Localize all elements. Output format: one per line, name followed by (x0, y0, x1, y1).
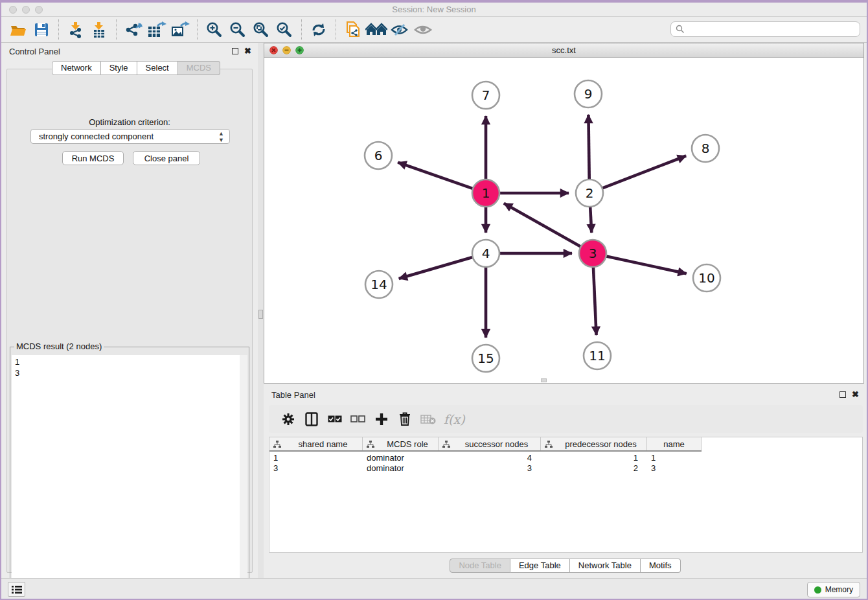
network-canvas[interactable]: 7968124314101511 (264, 58, 863, 383)
table-tab-edge-table[interactable]: Edge Table (510, 559, 570, 573)
window-title: Session: New Session (1, 5, 867, 14)
table-row[interactable]: 1dominator411 (269, 453, 702, 463)
export-image-icon (170, 21, 190, 38)
tab-style[interactable]: Style (101, 61, 137, 75)
import-network-button[interactable] (64, 19, 87, 41)
graph-edge-3-1[interactable] (504, 203, 582, 248)
delete-table-button[interactable] (417, 408, 440, 430)
graph-edge-2-8[interactable] (600, 156, 686, 189)
search-field[interactable] (670, 21, 860, 37)
mcds-result-fieldset: MCDS result (2 nodes) 1 3 (10, 347, 249, 595)
column-header-predecessor-nodes[interactable]: predecessor nodes (541, 437, 647, 450)
select-all-button[interactable] (323, 408, 347, 430)
graph-node-2[interactable]: 2 (576, 179, 603, 207)
zoom-in-button[interactable] (203, 19, 226, 41)
app-window: Session: New Session (1, 3, 867, 599)
table-tab-motifs[interactable]: Motifs (641, 559, 681, 573)
graph-node-15[interactable]: 15 (472, 345, 499, 372)
column-header-successor-nodes[interactable]: successor nodes (439, 437, 541, 450)
graph-node-11[interactable]: 11 (584, 342, 611, 369)
close-panel-button[interactable]: Close panel (133, 151, 200, 165)
memory-button[interactable]: Memory (807, 582, 860, 597)
table-header-row: shared nameMCDS rolesuccessor nodesprede… (269, 437, 702, 452)
table-cell: dominator (363, 453, 439, 463)
scrollbar-thumb[interactable] (541, 378, 547, 382)
panel-divider[interactable] (258, 43, 264, 578)
graph-node-7[interactable]: 7 (472, 82, 499, 109)
zoom-out-button[interactable] (226, 19, 249, 41)
copy-network-icon (345, 21, 361, 39)
close-panel-icon[interactable]: ✖ (852, 389, 859, 399)
graph-node-4[interactable]: 4 (472, 240, 499, 267)
tab-network[interactable]: Network (52, 61, 101, 75)
export-network-button[interactable] (122, 19, 145, 41)
save-session-button[interactable] (30, 19, 53, 41)
table-tab-network-table[interactable]: Network Table (570, 559, 641, 573)
column-header-name[interactable]: name (647, 437, 702, 450)
task-history-button[interactable] (8, 582, 25, 597)
graph-edge-3-10[interactable] (604, 256, 687, 273)
table-row[interactable]: 3dominator323 (269, 463, 702, 474)
homes-icon (365, 22, 387, 38)
export-image-button[interactable] (168, 19, 192, 41)
graph-node-8[interactable]: 8 (692, 135, 719, 162)
column-header-MCDS-role[interactable]: MCDS role (363, 437, 439, 450)
mcds-result-text[interactable]: 1 3 (12, 355, 247, 594)
eye-slash-icon (390, 22, 409, 38)
divider-grip[interactable] (258, 310, 263, 319)
run-mcds-button[interactable]: Run MCDS (62, 151, 124, 165)
deselect-all-button[interactable] (347, 408, 370, 430)
svg-text:8: 8 (702, 141, 710, 156)
graph-node-6[interactable]: 6 (365, 142, 392, 169)
graph-node-14[interactable]: 14 (365, 271, 393, 298)
tab-mcds[interactable]: MCDS (178, 61, 220, 75)
delete-table-icon (420, 414, 436, 424)
network-window-titlebar[interactable]: scc.txt (264, 43, 863, 58)
memory-label: Memory (825, 585, 853, 594)
tab-select[interactable]: Select (137, 61, 178, 75)
graph-edge-2-3[interactable] (590, 205, 591, 233)
graph-edge-4-14[interactable] (399, 257, 475, 279)
search-icon (676, 25, 685, 34)
titlebar: Session: New Session (1, 3, 867, 17)
preview-button[interactable] (411, 19, 435, 41)
close-panel-icon[interactable]: ✖ (244, 46, 251, 56)
apply-layout-button[interactable] (307, 19, 330, 41)
toolbar-separator (58, 19, 59, 40)
table-cell: 3 (269, 463, 363, 474)
gear-icon (281, 412, 295, 426)
graph-node-10[interactable]: 10 (693, 264, 720, 292)
zoom-selected-button[interactable] (273, 19, 296, 41)
table-cell: 4 (439, 453, 541, 463)
import-network-icon (67, 21, 84, 38)
graph-node-3[interactable]: 3 (579, 240, 606, 267)
column-header-shared-name[interactable]: shared name (269, 437, 363, 450)
table-cell: 1 (541, 453, 647, 463)
open-file-button[interactable] (6, 19, 30, 41)
control-panel-tabs: NetworkStyleSelectMCDS (52, 61, 220, 75)
graph-edge-1-6[interactable] (398, 163, 475, 190)
delete-row-button[interactable] (393, 408, 417, 430)
graph-node-9[interactable]: 9 (575, 80, 602, 108)
show-hide-panel-button[interactable] (388, 19, 411, 41)
function-builder-button[interactable]: f(x) (444, 412, 465, 426)
show-columns-button[interactable] (300, 408, 323, 430)
table-tab-node-table[interactable]: Node Table (450, 559, 510, 573)
graph-edge-3-11[interactable] (593, 265, 597, 335)
add-row-button[interactable] (370, 408, 393, 430)
zoom-fit-button[interactable] (249, 19, 273, 41)
criterion-dropdown[interactable]: strongly connected component ▲▼ (30, 129, 230, 144)
float-panel-icon[interactable] (232, 48, 238, 54)
open-ndex-button[interactable] (365, 19, 388, 41)
zoom-fit-icon (253, 21, 269, 38)
search-input[interactable] (688, 25, 850, 34)
scrollbar-track[interactable] (240, 355, 247, 594)
import-table-button[interactable] (87, 19, 111, 41)
float-panel-icon[interactable] (839, 391, 846, 398)
export-network-icon (124, 21, 143, 38)
table-settings-button[interactable] (277, 408, 300, 430)
export-table-button[interactable] (145, 19, 168, 41)
graph-edge-2-9[interactable] (588, 115, 589, 181)
graph-node-1[interactable]: 1 (472, 179, 499, 207)
new-network-from-selection-button[interactable] (341, 19, 365, 41)
